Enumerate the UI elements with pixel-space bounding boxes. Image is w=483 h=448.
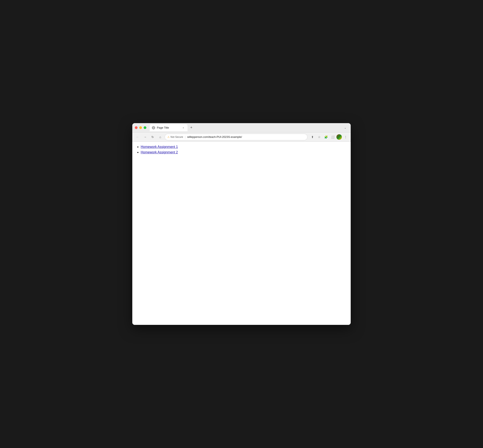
homework-link-1[interactable]: Homework Assignment 1: [141, 145, 178, 149]
refresh-button[interactable]: ↻: [149, 134, 156, 140]
tab-favicon: [152, 126, 155, 129]
more-button[interactable]: ⋮: [343, 134, 349, 140]
list-item: Homework Assignment 1: [141, 145, 346, 149]
homework-link-2[interactable]: Homework Assignment 2: [141, 151, 178, 154]
nav-actions: ⬆ ☆ 🧩 ⬜ ⋮: [310, 134, 349, 140]
forward-button[interactable]: →: [142, 134, 148, 140]
split-view-button[interactable]: ⬜: [330, 134, 335, 140]
bookmark-button[interactable]: ☆: [316, 134, 322, 140]
window-controls: [135, 126, 146, 129]
extensions-button[interactable]: 🧩: [323, 134, 329, 140]
homework-list: Homework Assignment 1 Homework Assignmen…: [137, 145, 346, 154]
maximize-button[interactable]: [144, 126, 146, 129]
profile-avatar[interactable]: [336, 134, 342, 140]
home-button[interactable]: ⌂: [157, 134, 163, 140]
browser-window: Page Title × + ⌄ ← → ↻ ⌂ ⚠ Not Secure | …: [132, 123, 351, 325]
tab-bar: Page Title × + ⌄: [149, 124, 348, 131]
warning-icon: ⚠: [167, 136, 170, 138]
new-tab-button[interactable]: +: [188, 125, 194, 131]
close-button[interactable]: [135, 126, 138, 129]
not-secure-text: Not Secure: [171, 136, 183, 138]
page-content: Homework Assignment 1 Homework Assignmen…: [132, 142, 351, 325]
tab-expand-button[interactable]: ⌄: [342, 125, 348, 131]
list-item: Homework Assignment 2: [141, 151, 346, 154]
address-url: willepperson.com/teach-PUI-2023S-example…: [187, 135, 242, 138]
nav-bar: ← → ↻ ⌂ ⚠ Not Secure | willepperson.com/…: [132, 132, 351, 142]
address-bar[interactable]: ⚠ Not Secure | willepperson.com/teach-PU…: [165, 134, 307, 140]
title-bar: Page Title × + ⌄: [132, 123, 351, 132]
back-button[interactable]: ←: [134, 134, 141, 140]
address-separator: |: [185, 135, 186, 138]
active-tab[interactable]: Page Title ×: [150, 124, 187, 131]
tab-title: Page Title: [157, 126, 180, 129]
tab-close-button[interactable]: ×: [182, 126, 185, 129]
not-secure-indicator: ⚠ Not Secure: [167, 136, 183, 138]
share-button[interactable]: ⬆: [310, 134, 315, 140]
minimize-button[interactable]: [139, 126, 142, 129]
